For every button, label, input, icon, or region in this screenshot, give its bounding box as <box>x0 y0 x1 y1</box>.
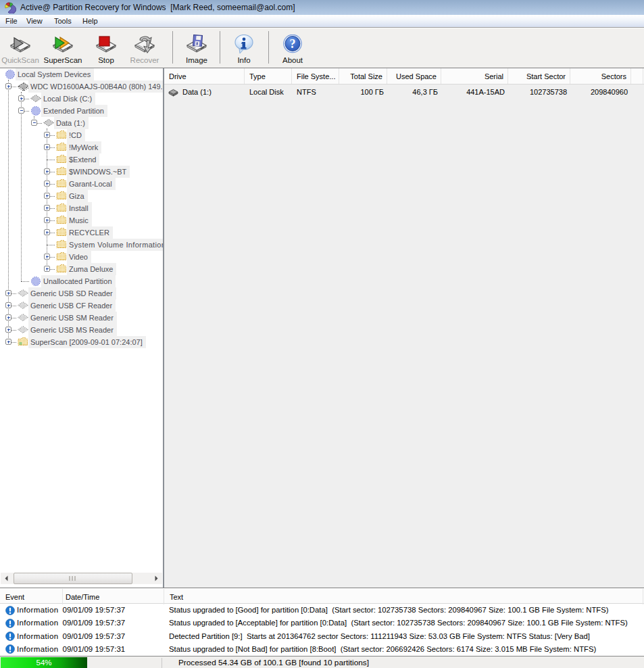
svg-text:?: ? <box>290 37 296 51</box>
